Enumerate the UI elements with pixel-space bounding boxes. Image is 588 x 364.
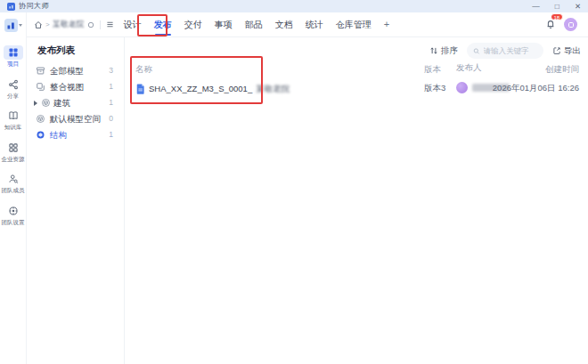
item-count: 1 <box>109 99 113 107</box>
file-icon <box>135 84 145 94</box>
titlebar: 协同大师 — □ ✕ <box>0 0 588 12</box>
tab-matters[interactable]: 事项 <box>208 12 239 36</box>
project-switch-icon[interactable] <box>87 21 94 28</box>
archive-box-icon <box>36 66 45 76</box>
nav-right: 18 <box>545 18 588 32</box>
rail-label-enterprise-resources: 企业资源 <box>2 157 25 163</box>
rail-item-team-members[interactable]: 团队成员 <box>2 172 25 194</box>
item-count: 1 <box>109 83 113 91</box>
notification-badge: 18 <box>551 13 563 20</box>
maximize-button[interactable]: □ <box>555 3 559 11</box>
tab-publish[interactable]: 发布 <box>148 12 178 36</box>
table-header: 名称 版本 发布人 创建时间 <box>125 63 588 76</box>
sidebar-item-structure[interactable]: 结构 1 <box>27 127 124 143</box>
sort-button[interactable]: 排序 <box>429 46 458 55</box>
tab-parts[interactable]: 部品 <box>239 12 269 36</box>
column-header-publisher: 发布人 <box>456 63 482 72</box>
item-count: 1 <box>109 131 113 139</box>
projects-grid-icon <box>4 45 23 60</box>
breadcrumb: > 某敬老院 <box>27 20 114 29</box>
share-icon <box>4 77 23 92</box>
row-name-cell[interactable]: SHA_XX_ZZ_M3_S_0001_某敬老院 <box>135 84 290 94</box>
layers-icon <box>36 82 45 92</box>
sidebar-item-all-models[interactable]: 全部模型 3 <box>27 63 124 79</box>
home-icon[interactable] <box>34 20 43 29</box>
list-toolbar: 排序 导出 <box>429 43 581 59</box>
row-version-cell: 版本3 <box>424 84 445 93</box>
rail-item-projects[interactable]: 项目 <box>4 45 23 68</box>
export-button[interactable]: 导出 <box>552 46 581 55</box>
close-button[interactable]: ✕ <box>575 3 581 11</box>
gear-icon <box>4 204 23 218</box>
team-logo-icon <box>4 19 18 32</box>
search-input[interactable] <box>484 46 537 55</box>
sidebar-item-integrated-view[interactable]: 整合视图 1 <box>27 79 124 95</box>
window-controls: — □ ✕ <box>532 3 581 11</box>
rail-item-team-settings[interactable]: 团队设置 <box>2 204 25 226</box>
item-count: 3 <box>109 67 113 75</box>
export-label: 导出 <box>564 46 581 55</box>
apps-grid-icon <box>4 141 23 155</box>
project-name[interactable]: 某敬老院 <box>53 20 85 28</box>
main-content: 排序 导出 名称 版本 发布人 创建时间 SHA_XX_ZZ_M3_S_0001… <box>125 37 588 364</box>
nav-tabs: 设计 发布 交付 事项 部品 文档 统计 仓库管理 + <box>118 12 396 36</box>
project-list-icon[interactable] <box>106 20 114 28</box>
sidebar-item-architecture[interactable]: 建筑 1 <box>27 95 124 111</box>
sidebar-items: 全部模型 3 整合视图 1 建筑 1 默认模型空间 0 <box>27 63 124 143</box>
table-row[interactable]: SHA_XX_ZZ_M3_S_0001_某敬老院 版本3 2026年01月06日… <box>125 82 588 98</box>
chevron-right-icon[interactable] <box>34 101 37 106</box>
model-space-icon <box>41 98 51 108</box>
app-title: 协同大师 <box>19 3 49 10</box>
app-logo-icon <box>7 3 15 11</box>
sidebar-item-default-model-space[interactable]: 默认模型空间 0 <box>27 111 124 127</box>
navbar: > 某敬老院 设计 发布 交付 事项 部品 文档 统计 仓库管理 + 18 <box>27 12 588 37</box>
sort-icon <box>429 46 438 55</box>
export-icon <box>552 46 561 55</box>
sidebar-item-label: 全部模型 <box>50 67 84 76</box>
tab-design[interactable]: 设计 <box>118 12 148 36</box>
sidebar-item-label: 整合视图 <box>50 83 84 92</box>
members-icon <box>4 172 23 186</box>
tab-statistics[interactable]: 统计 <box>299 12 330 36</box>
sidebar-title: 发布列表 <box>37 45 124 55</box>
avatar-glyph-icon <box>568 21 575 28</box>
search-box[interactable] <box>467 43 543 59</box>
model-space-icon <box>36 114 45 124</box>
minimize-button[interactable]: — <box>532 3 540 11</box>
rail-label-projects: 项目 <box>7 61 19 68</box>
rail-item-knowledge-base[interactable]: 知识库 <box>4 109 23 131</box>
tab-warehouse-management[interactable]: 仓库管理 <box>330 12 378 36</box>
row-name-text: SHA_XX_ZZ_M3_S_0001_ <box>149 85 252 93</box>
tab-documents[interactable]: 文档 <box>269 12 299 36</box>
left-rail: 项目 分享 知识库 企业资源 团队成员 <box>0 12 27 364</box>
row-created-cell: 2026年01月06日 16:26 <box>493 84 579 93</box>
row-name-censored: 某敬老院 <box>256 85 290 93</box>
divider <box>100 20 101 29</box>
tab-delivery[interactable]: 交付 <box>178 12 208 36</box>
book-icon <box>4 109 23 123</box>
rail-label-share: 分享 <box>7 93 19 100</box>
user-avatar[interactable] <box>564 18 577 31</box>
notifications-button[interactable]: 18 <box>545 18 556 32</box>
column-header-name: 名称 <box>135 65 152 74</box>
sidebar-item-label: 建筑 <box>53 99 70 108</box>
rail-label-team-settings: 团队设置 <box>2 220 25 226</box>
item-count: 0 <box>109 115 113 123</box>
publisher-avatar <box>456 82 468 93</box>
chevron-down-icon <box>19 24 22 27</box>
sidebar-item-label: 默认模型空间 <box>50 115 101 124</box>
tab-add[interactable]: + <box>378 12 396 36</box>
rail-label-team-members: 团队成员 <box>2 188 25 194</box>
rail-item-share[interactable]: 分享 <box>4 77 23 100</box>
column-header-version: 版本 <box>424 65 441 74</box>
sort-label: 排序 <box>441 46 458 55</box>
rail-menu: 项目 分享 知识库 企业资源 团队成员 <box>2 45 25 225</box>
rail-label-knowledge-base: 知识库 <box>4 125 22 131</box>
search-icon <box>473 47 480 55</box>
breadcrumb-separator: > <box>45 21 50 28</box>
rail-item-enterprise-resources[interactable]: 企业资源 <box>2 141 25 163</box>
publish-sidebar: 发布列表 全部模型 3 整合视图 1 建筑 1 <box>27 37 125 364</box>
sidebar-item-label: 结构 <box>50 131 67 140</box>
team-avatar[interactable] <box>4 19 22 32</box>
column-header-created: 创建时间 <box>545 65 579 74</box>
